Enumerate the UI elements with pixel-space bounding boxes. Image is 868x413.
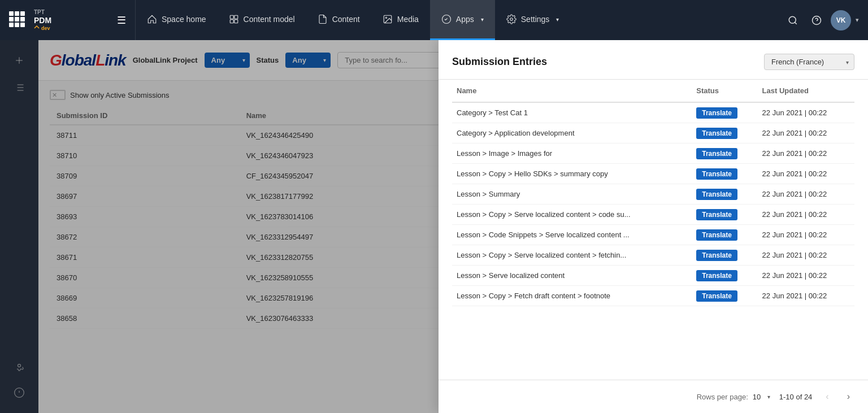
app-env-badge: dev [34,25,51,32]
apps-grid-icon[interactable] [9,11,27,29]
entries-table-wrap: Name Status Last Updated Category > Test… [439,80,868,380]
status-badge[interactable]: Translate [696,290,737,302]
entry-name: Category > Application development [452,123,692,144]
entry-name: Lesson > Copy > Serve localized content … [452,245,692,266]
entry-status: Translate [692,184,757,205]
lang-select[interactable]: French (France)EnglishGermanSpanish [764,54,854,70]
modal-overlay: Submission Entries French (France)Englis… [0,40,868,413]
status-badge[interactable]: Translate [696,148,737,159]
hamburger-button[interactable]: ☰ [117,14,126,27]
entry-status: Translate [692,205,757,225]
list-item[interactable]: Lesson > Copy > Fetch draft content > fo… [452,286,854,306]
pagination-range: 1-10 of 24 [779,393,813,401]
nav-item-space-home[interactable]: Space home [136,0,218,40]
entry-name: Lesson > Copy > Fetch draft content > fo… [452,286,692,306]
entries-col-name: Name [452,80,692,102]
apps-chevron: ▾ [481,16,484,23]
entry-status: Translate [692,245,757,266]
entry-name: Lesson > Summary [452,184,692,205]
entry-last-updated: 22 Jun 2021 | 00:22 [758,184,854,205]
status-badge[interactable]: Translate [696,189,737,200]
entries-col-status: Status [692,80,757,102]
status-badge[interactable]: Translate [696,128,737,139]
status-badge[interactable]: Translate [696,250,737,261]
entry-status: Translate [692,164,757,184]
top-nav: TPT PDM dev ☰ Space home Content model C… [0,0,868,40]
modal-title: Submission Entries [452,56,547,68]
entries-col-last-updated: Last Updated [758,80,854,102]
submission-entries-panel: Submission Entries French (France)Englis… [439,40,868,413]
modal-footer: Rows per page: 10 25 50 ▾ 1-10 of 24 ‹ › [439,380,868,413]
status-badge[interactable]: Translate [696,229,737,241]
entry-last-updated: 22 Jun 2021 | 00:22 [758,205,854,225]
lang-select-wrapper: French (France)EnglishGermanSpanish ▾ [764,54,854,70]
entry-status: Translate [692,286,757,306]
entry-status: Translate [692,102,757,123]
svg-point-5 [385,17,387,18]
entry-last-updated: 22 Jun 2021 | 00:22 [758,164,854,184]
app-pdm-label: PDM [34,16,51,25]
svg-rect-3 [234,20,237,23]
status-badge[interactable]: Translate [696,270,737,281]
app-logo: TPT PDM dev [34,9,51,32]
entry-name: Lesson > Code Snippets > Serve localized… [452,225,692,245]
entry-last-updated: 22 Jun 2021 | 00:22 [758,123,854,144]
top-nav-right: VK ▾ [774,10,868,31]
status-badge[interactable]: Translate [696,209,737,220]
svg-rect-1 [234,15,237,19]
avatar-chevron: ▾ [856,16,859,24]
entry-last-updated: 22 Jun 2021 | 00:22 [758,286,854,306]
entry-last-updated: 22 Jun 2021 | 00:22 [758,225,854,245]
svg-rect-2 [230,20,233,23]
list-item[interactable]: Lesson > Serve localized content Transla… [452,266,854,286]
main-nav: Space home Content model Content Media A… [136,0,774,40]
entry-status: Translate [692,123,757,144]
entry-name: Category > Test Cat 1 [452,102,692,123]
avatar[interactable]: VK [831,10,851,31]
list-item[interactable]: Lesson > Image > Images for Translate 22… [452,144,854,164]
list-item[interactable]: Lesson > Copy > Hello SDKs > summary cop… [452,164,854,184]
entry-name: Lesson > Copy > Serve localized content … [452,205,692,225]
settings-chevron: ▾ [556,16,559,23]
nav-item-content[interactable]: Content [306,0,371,40]
svg-point-7 [789,16,796,23]
svg-line-8 [795,22,796,24]
entry-status: Translate [692,144,757,164]
nav-item-apps[interactable]: Apps ▾ [430,0,495,40]
status-badge[interactable]: Translate [696,107,737,119]
rpp-select[interactable]: 10 25 50 [753,393,770,401]
entry-last-updated: 22 Jun 2021 | 00:22 [758,245,854,266]
search-button[interactable] [783,11,802,30]
nav-item-media[interactable]: Media [371,0,430,40]
nav-item-content-model[interactable]: Content model [218,0,306,40]
rows-per-page: Rows per page: 10 25 50 ▾ [697,393,770,401]
modal-header: Submission Entries French (France)Englis… [439,40,868,80]
list-item[interactable]: Category > Application development Trans… [452,123,854,144]
rpp-label: Rows per page: [697,393,748,401]
entry-status: Translate [692,266,757,286]
pagination-next[interactable]: › [843,389,854,404]
entry-name: Lesson > Copy > Hello SDKs > summary cop… [452,164,692,184]
svg-rect-0 [230,15,233,19]
status-badge[interactable]: Translate [696,168,737,180]
list-item[interactable]: Lesson > Copy > Serve localized content … [452,205,854,225]
entry-name: Lesson > Serve localized content [452,266,692,286]
list-item[interactable]: Lesson > Summary Translate 22 Jun 2021 |… [452,184,854,205]
help-button[interactable] [807,11,826,30]
entry-name: Lesson > Image > Images for [452,144,692,164]
pagination-prev[interactable]: ‹ [821,389,833,404]
entry-last-updated: 22 Jun 2021 | 00:22 [758,102,854,123]
entry-status: Translate [692,225,757,245]
app-branding: TPT PDM dev ☰ [0,0,136,40]
list-item[interactable]: Lesson > Code Snippets > Serve localized… [452,225,854,245]
list-item[interactable]: Category > Test Cat 1 Translate 22 Jun 2… [452,102,854,123]
entries-table: Name Status Last Updated Category > Test… [452,80,854,306]
entry-last-updated: 22 Jun 2021 | 00:22 [758,266,854,286]
app-tpt-label: TPT [34,9,51,16]
svg-point-6 [510,18,513,21]
rpp-select-wrapper: 10 25 50 ▾ [753,393,770,401]
entry-last-updated: 22 Jun 2021 | 00:22 [758,144,854,164]
list-item[interactable]: Lesson > Copy > Serve localized content … [452,245,854,266]
nav-item-settings[interactable]: Settings ▾ [495,0,571,40]
